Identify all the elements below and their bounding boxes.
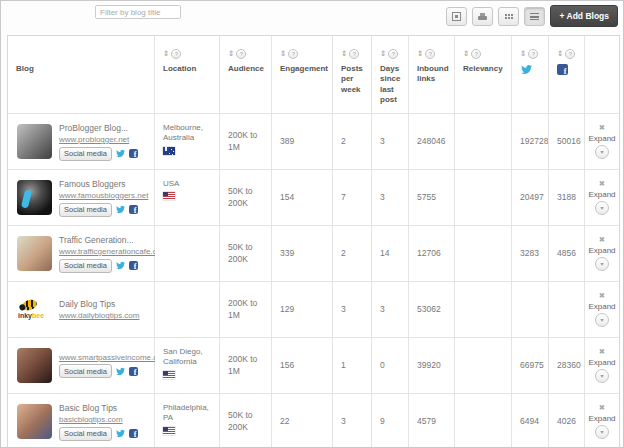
remove-icon[interactable] xyxy=(599,180,605,188)
help-icon[interactable] xyxy=(565,49,575,59)
blog-avatar xyxy=(17,124,52,159)
grid-view-button[interactable] xyxy=(498,7,519,26)
blog-url-link[interactable]: basicblogtips.com xyxy=(59,415,138,424)
facebook-icon[interactable] xyxy=(129,261,138,270)
remove-icon[interactable] xyxy=(599,236,605,244)
help-icon[interactable] xyxy=(528,49,538,59)
help-icon[interactable] xyxy=(349,49,359,59)
column-header-inbound-links: Inbound links xyxy=(409,36,455,114)
expand-button[interactable]: Expand xyxy=(588,414,615,423)
twitter-followers-value: 6494 xyxy=(520,416,539,427)
location-cell: USA xyxy=(155,170,220,226)
sort-icon[interactable] xyxy=(280,50,286,58)
filter-input[interactable] xyxy=(95,5,181,19)
chevron-down-icon[interactable] xyxy=(595,425,609,439)
blog-url-link[interactable]: www.trafficgenerationcafe.com xyxy=(59,247,152,256)
facebook-icon[interactable] xyxy=(129,429,138,438)
blog-cell: inkybee Daily Blog Tips www.dailyblogtip… xyxy=(8,282,155,338)
help-icon[interactable] xyxy=(171,49,181,59)
help-icon[interactable] xyxy=(471,49,481,59)
australia-flag-icon xyxy=(163,147,175,155)
facebook-icon[interactable] xyxy=(129,367,138,376)
chevron-down-icon[interactable] xyxy=(595,369,609,383)
add-blogs-button[interactable]: + Add Blogs xyxy=(550,5,618,27)
facebook-icon[interactable] xyxy=(129,149,138,158)
inbound-links-value: 248046 xyxy=(417,136,445,147)
remove-icon[interactable] xyxy=(599,124,605,132)
column-label: Engagement xyxy=(280,64,329,74)
blog-url-link[interactable]: www.famousbloggers.net xyxy=(59,191,148,200)
sort-icon[interactable] xyxy=(341,50,347,58)
facebook-likes-cell: 3188 xyxy=(549,170,585,226)
days-value: 14 xyxy=(380,248,389,259)
row-actions-cell: Expand xyxy=(585,114,619,170)
remove-icon[interactable] xyxy=(599,292,605,300)
help-icon[interactable] xyxy=(236,49,246,59)
usa-flag-icon xyxy=(163,192,175,200)
days-since-last-post-cell: 0 xyxy=(372,338,409,394)
expand-button[interactable]: Expand xyxy=(588,246,615,255)
column-header-relevancy: Relevancy xyxy=(455,36,512,114)
twitter-followers-cell: 192728 xyxy=(512,114,549,170)
inbound-links-value: 39920 xyxy=(417,360,441,371)
column-label: Location xyxy=(163,64,216,74)
column-label: Relevancy xyxy=(463,64,508,74)
blog-title: Basic Blog Tips xyxy=(59,403,138,413)
social-media-tag: Social media xyxy=(59,427,112,441)
facebook-likes-value: 4856 xyxy=(557,248,576,259)
column-header-engagement: Engagement xyxy=(272,36,333,114)
twitter-followers-value: 20497 xyxy=(520,192,544,203)
expand-button[interactable]: Expand xyxy=(588,190,615,199)
sort-icon[interactable] xyxy=(463,50,469,58)
days-since-last-post-cell: 14 xyxy=(372,226,409,282)
twitter-icon[interactable] xyxy=(115,367,126,376)
posts-value: 2 xyxy=(341,136,346,147)
sort-icon[interactable] xyxy=(228,50,234,58)
list-view-button[interactable] xyxy=(524,7,545,26)
blog-url-link[interactable]: www.dailyblogtips.com xyxy=(59,311,139,320)
sort-icon[interactable] xyxy=(557,50,563,58)
row-actions-cell: Expand xyxy=(585,394,619,448)
inkybee-logo: inkybee xyxy=(17,292,52,327)
facebook-icon[interactable] xyxy=(129,205,138,214)
twitter-icon[interactable] xyxy=(115,429,126,438)
twitter-icon[interactable] xyxy=(115,205,126,214)
twitter-icon[interactable] xyxy=(115,149,126,158)
sort-icon[interactable] xyxy=(380,50,386,58)
audience-value: 200K to 1M xyxy=(228,354,268,377)
twitter-followers-cell: 66975 xyxy=(512,338,549,394)
sort-icon[interactable] xyxy=(520,50,526,58)
expand-button[interactable]: Expand xyxy=(588,302,615,311)
widget-view-button[interactable] xyxy=(446,7,467,26)
location-text: Melbourne, Australia xyxy=(163,123,216,144)
remove-icon[interactable] xyxy=(599,348,605,356)
facebook-likes-cell xyxy=(549,282,585,338)
expand-button[interactable]: Expand xyxy=(588,134,615,143)
days-value: 3 xyxy=(380,136,385,147)
chevron-down-icon[interactable] xyxy=(595,145,609,159)
remove-icon[interactable] xyxy=(599,404,605,412)
days-since-last-post-cell: 9 xyxy=(372,394,409,448)
posts-per-week-cell: 2 xyxy=(333,226,372,282)
inbound-links-cell: 39920 xyxy=(409,338,455,394)
chevron-down-icon[interactable] xyxy=(595,313,609,327)
facebook-likes-value: 3188 xyxy=(557,192,576,203)
blog-url-link[interactable]: www.problogger.net xyxy=(59,135,138,144)
print-icon xyxy=(478,13,487,20)
relevancy-cell xyxy=(455,170,512,226)
location-cell: Philadelphia, PA xyxy=(155,394,220,448)
expand-button[interactable]: Expand xyxy=(588,358,615,367)
chevron-down-icon[interactable] xyxy=(595,201,609,215)
blog-url-link[interactable]: www.smartpassiveincome.com xyxy=(59,353,152,362)
relevancy-cell xyxy=(455,338,512,394)
chevron-down-icon[interactable] xyxy=(595,257,609,271)
help-icon[interactable] xyxy=(388,49,398,59)
social-media-tag: Social media xyxy=(59,147,112,161)
help-icon[interactable] xyxy=(288,49,298,59)
help-icon[interactable] xyxy=(425,49,435,59)
facebook-likes-value: 28360 xyxy=(557,360,581,371)
sort-icon[interactable] xyxy=(163,50,169,58)
sort-icon[interactable] xyxy=(417,50,423,58)
twitter-icon[interactable] xyxy=(115,261,126,270)
print-button[interactable] xyxy=(472,7,493,26)
